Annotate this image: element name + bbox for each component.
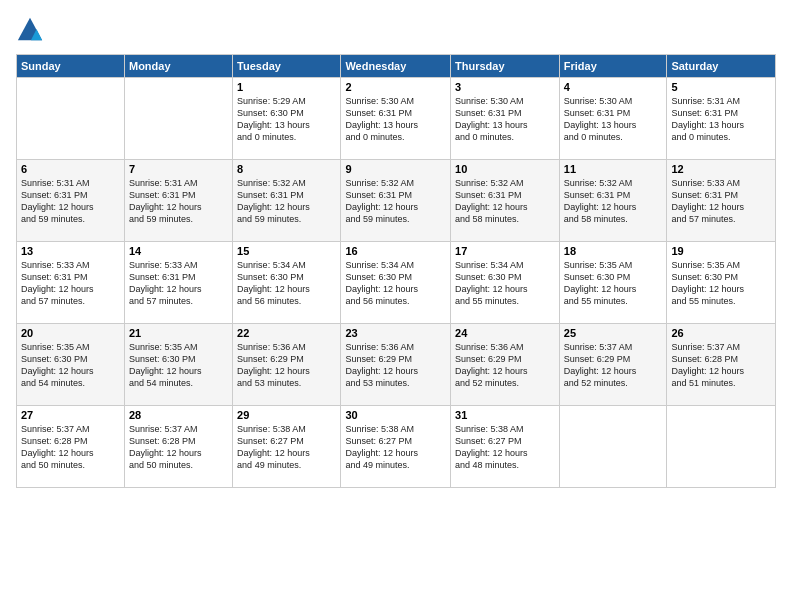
day-info: Sunrise: 5:34 AM Sunset: 6:30 PM Dayligh…	[345, 259, 446, 308]
header	[16, 16, 776, 44]
day-number: 17	[455, 245, 555, 257]
day-number: 27	[21, 409, 120, 421]
weekday-header: Tuesday	[233, 55, 341, 78]
day-number: 21	[129, 327, 228, 339]
calendar-cell: 2Sunrise: 5:30 AM Sunset: 6:31 PM Daylig…	[341, 78, 451, 160]
calendar-cell: 13Sunrise: 5:33 AM Sunset: 6:31 PM Dayli…	[17, 242, 125, 324]
day-number: 18	[564, 245, 663, 257]
calendar-cell: 6Sunrise: 5:31 AM Sunset: 6:31 PM Daylig…	[17, 160, 125, 242]
day-info: Sunrise: 5:32 AM Sunset: 6:31 PM Dayligh…	[237, 177, 336, 226]
day-info: Sunrise: 5:33 AM Sunset: 6:31 PM Dayligh…	[21, 259, 120, 308]
weekday-header: Sunday	[17, 55, 125, 78]
day-number: 1	[237, 81, 336, 93]
day-info: Sunrise: 5:29 AM Sunset: 6:30 PM Dayligh…	[237, 95, 336, 144]
day-info: Sunrise: 5:35 AM Sunset: 6:30 PM Dayligh…	[129, 341, 228, 390]
day-number: 11	[564, 163, 663, 175]
day-info: Sunrise: 5:38 AM Sunset: 6:27 PM Dayligh…	[345, 423, 446, 472]
day-number: 14	[129, 245, 228, 257]
day-info: Sunrise: 5:32 AM Sunset: 6:31 PM Dayligh…	[455, 177, 555, 226]
day-info: Sunrise: 5:37 AM Sunset: 6:29 PM Dayligh…	[564, 341, 663, 390]
logo-icon	[16, 16, 44, 44]
day-info: Sunrise: 5:34 AM Sunset: 6:30 PM Dayligh…	[237, 259, 336, 308]
day-info: Sunrise: 5:30 AM Sunset: 6:31 PM Dayligh…	[455, 95, 555, 144]
calendar-cell: 10Sunrise: 5:32 AM Sunset: 6:31 PM Dayli…	[451, 160, 560, 242]
day-number: 29	[237, 409, 336, 421]
calendar: SundayMondayTuesdayWednesdayThursdayFrid…	[16, 54, 776, 488]
day-info: Sunrise: 5:32 AM Sunset: 6:31 PM Dayligh…	[345, 177, 446, 226]
calendar-cell: 29Sunrise: 5:38 AM Sunset: 6:27 PM Dayli…	[233, 406, 341, 488]
calendar-cell: 22Sunrise: 5:36 AM Sunset: 6:29 PM Dayli…	[233, 324, 341, 406]
day-info: Sunrise: 5:38 AM Sunset: 6:27 PM Dayligh…	[455, 423, 555, 472]
day-info: Sunrise: 5:37 AM Sunset: 6:28 PM Dayligh…	[671, 341, 771, 390]
day-info: Sunrise: 5:33 AM Sunset: 6:31 PM Dayligh…	[129, 259, 228, 308]
day-number: 3	[455, 81, 555, 93]
day-number: 31	[455, 409, 555, 421]
calendar-cell: 23Sunrise: 5:36 AM Sunset: 6:29 PM Dayli…	[341, 324, 451, 406]
calendar-cell: 3Sunrise: 5:30 AM Sunset: 6:31 PM Daylig…	[451, 78, 560, 160]
calendar-week-row: 6Sunrise: 5:31 AM Sunset: 6:31 PM Daylig…	[17, 160, 776, 242]
calendar-cell	[17, 78, 125, 160]
day-number: 9	[345, 163, 446, 175]
calendar-week-row: 20Sunrise: 5:35 AM Sunset: 6:30 PM Dayli…	[17, 324, 776, 406]
day-number: 26	[671, 327, 771, 339]
calendar-cell: 20Sunrise: 5:35 AM Sunset: 6:30 PM Dayli…	[17, 324, 125, 406]
day-number: 25	[564, 327, 663, 339]
day-number: 24	[455, 327, 555, 339]
calendar-cell	[667, 406, 776, 488]
day-number: 7	[129, 163, 228, 175]
calendar-cell: 1Sunrise: 5:29 AM Sunset: 6:30 PM Daylig…	[233, 78, 341, 160]
weekday-header: Thursday	[451, 55, 560, 78]
calendar-week-row: 27Sunrise: 5:37 AM Sunset: 6:28 PM Dayli…	[17, 406, 776, 488]
day-info: Sunrise: 5:30 AM Sunset: 6:31 PM Dayligh…	[564, 95, 663, 144]
day-number: 16	[345, 245, 446, 257]
calendar-cell: 7Sunrise: 5:31 AM Sunset: 6:31 PM Daylig…	[124, 160, 232, 242]
day-number: 2	[345, 81, 446, 93]
day-info: Sunrise: 5:32 AM Sunset: 6:31 PM Dayligh…	[564, 177, 663, 226]
day-info: Sunrise: 5:34 AM Sunset: 6:30 PM Dayligh…	[455, 259, 555, 308]
day-info: Sunrise: 5:35 AM Sunset: 6:30 PM Dayligh…	[671, 259, 771, 308]
calendar-cell: 17Sunrise: 5:34 AM Sunset: 6:30 PM Dayli…	[451, 242, 560, 324]
calendar-cell: 14Sunrise: 5:33 AM Sunset: 6:31 PM Dayli…	[124, 242, 232, 324]
day-number: 28	[129, 409, 228, 421]
calendar-week-row: 1Sunrise: 5:29 AM Sunset: 6:30 PM Daylig…	[17, 78, 776, 160]
day-info: Sunrise: 5:35 AM Sunset: 6:30 PM Dayligh…	[21, 341, 120, 390]
calendar-cell: 25Sunrise: 5:37 AM Sunset: 6:29 PM Dayli…	[559, 324, 667, 406]
weekday-header: Monday	[124, 55, 232, 78]
day-number: 10	[455, 163, 555, 175]
calendar-cell: 15Sunrise: 5:34 AM Sunset: 6:30 PM Dayli…	[233, 242, 341, 324]
day-info: Sunrise: 5:37 AM Sunset: 6:28 PM Dayligh…	[21, 423, 120, 472]
calendar-cell: 30Sunrise: 5:38 AM Sunset: 6:27 PM Dayli…	[341, 406, 451, 488]
day-info: Sunrise: 5:31 AM Sunset: 6:31 PM Dayligh…	[129, 177, 228, 226]
day-number: 19	[671, 245, 771, 257]
weekday-header: Wednesday	[341, 55, 451, 78]
day-info: Sunrise: 5:36 AM Sunset: 6:29 PM Dayligh…	[345, 341, 446, 390]
day-info: Sunrise: 5:37 AM Sunset: 6:28 PM Dayligh…	[129, 423, 228, 472]
logo	[16, 16, 50, 44]
calendar-cell	[124, 78, 232, 160]
day-number: 8	[237, 163, 336, 175]
day-info: Sunrise: 5:36 AM Sunset: 6:29 PM Dayligh…	[455, 341, 555, 390]
day-number: 15	[237, 245, 336, 257]
day-info: Sunrise: 5:36 AM Sunset: 6:29 PM Dayligh…	[237, 341, 336, 390]
calendar-cell: 28Sunrise: 5:37 AM Sunset: 6:28 PM Dayli…	[124, 406, 232, 488]
day-number: 5	[671, 81, 771, 93]
calendar-cell: 21Sunrise: 5:35 AM Sunset: 6:30 PM Dayli…	[124, 324, 232, 406]
day-info: Sunrise: 5:31 AM Sunset: 6:31 PM Dayligh…	[671, 95, 771, 144]
calendar-cell: 9Sunrise: 5:32 AM Sunset: 6:31 PM Daylig…	[341, 160, 451, 242]
calendar-cell: 16Sunrise: 5:34 AM Sunset: 6:30 PM Dayli…	[341, 242, 451, 324]
day-number: 6	[21, 163, 120, 175]
calendar-cell: 18Sunrise: 5:35 AM Sunset: 6:30 PM Dayli…	[559, 242, 667, 324]
day-info: Sunrise: 5:38 AM Sunset: 6:27 PM Dayligh…	[237, 423, 336, 472]
calendar-cell: 5Sunrise: 5:31 AM Sunset: 6:31 PM Daylig…	[667, 78, 776, 160]
calendar-cell: 8Sunrise: 5:32 AM Sunset: 6:31 PM Daylig…	[233, 160, 341, 242]
page: SundayMondayTuesdayWednesdayThursdayFrid…	[0, 0, 792, 612]
calendar-cell: 4Sunrise: 5:30 AM Sunset: 6:31 PM Daylig…	[559, 78, 667, 160]
day-info: Sunrise: 5:31 AM Sunset: 6:31 PM Dayligh…	[21, 177, 120, 226]
weekday-header: Saturday	[667, 55, 776, 78]
day-info: Sunrise: 5:33 AM Sunset: 6:31 PM Dayligh…	[671, 177, 771, 226]
calendar-cell: 31Sunrise: 5:38 AM Sunset: 6:27 PM Dayli…	[451, 406, 560, 488]
calendar-cell: 26Sunrise: 5:37 AM Sunset: 6:28 PM Dayli…	[667, 324, 776, 406]
calendar-cell: 19Sunrise: 5:35 AM Sunset: 6:30 PM Dayli…	[667, 242, 776, 324]
weekday-header-row: SundayMondayTuesdayWednesdayThursdayFrid…	[17, 55, 776, 78]
calendar-cell: 12Sunrise: 5:33 AM Sunset: 6:31 PM Dayli…	[667, 160, 776, 242]
